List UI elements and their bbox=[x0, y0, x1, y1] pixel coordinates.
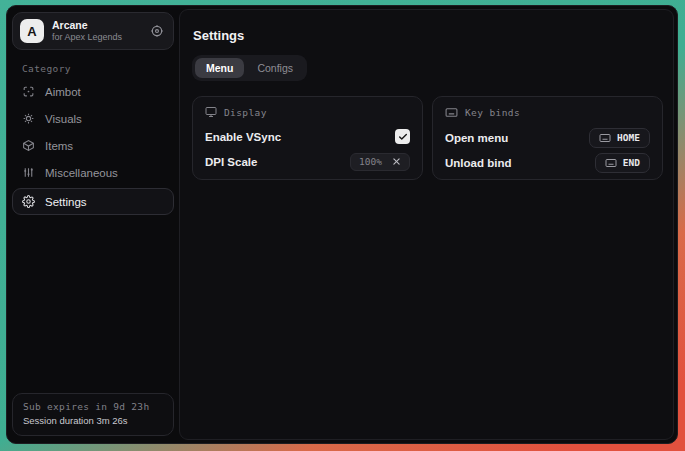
keybinds-card-title: Key binds bbox=[465, 107, 520, 118]
sidebar-item-label: Settings bbox=[45, 196, 87, 208]
vsync-checkbox[interactable] bbox=[395, 129, 410, 144]
unload-bind-keybind-button[interactable]: END bbox=[595, 153, 650, 173]
brand-name: Arcane bbox=[52, 19, 122, 32]
sidebar-item-label: Items bbox=[45, 140, 73, 152]
vsync-row: Enable VSync bbox=[205, 124, 410, 149]
display-card: Display Enable VSync DPI Scale 100% bbox=[192, 96, 423, 180]
sidebar-item-label: Visuals bbox=[45, 113, 82, 125]
sidebar-item-settings[interactable]: Settings bbox=[12, 188, 174, 215]
dpi-scale-row: DPI Scale 100% bbox=[205, 149, 410, 174]
sidebar-item-label: Miscellaneous bbox=[45, 167, 118, 179]
unload-bind-row: Unload bind END bbox=[445, 150, 650, 175]
cube-icon bbox=[22, 139, 35, 152]
tab-configs[interactable]: Configs bbox=[246, 58, 304, 78]
sidebar-item-miscellaneous[interactable]: Miscellaneous bbox=[7, 159, 179, 186]
sidebar-item-aimbot[interactable]: Aimbot bbox=[7, 78, 179, 105]
settings-cards: Display Enable VSync DPI Scale 100% bbox=[192, 96, 663, 180]
sidebar-item-items[interactable]: Items bbox=[7, 132, 179, 159]
keyboard-icon bbox=[599, 132, 611, 144]
keybinds-card: Key binds Open menu HOME Unload bind bbox=[432, 96, 663, 180]
app-window: A Arcane for Apex Legends Category bbox=[6, 5, 678, 444]
unload-bind-label: Unload bind bbox=[445, 157, 511, 169]
sliders-icon bbox=[22, 166, 35, 179]
scan-eye-icon bbox=[22, 112, 35, 125]
gear-icon bbox=[22, 195, 35, 208]
category-label: Category bbox=[22, 63, 179, 74]
sidebar-item-label: Aimbot bbox=[45, 86, 81, 98]
session-duration-text: Session duration 3m 26s bbox=[23, 414, 163, 428]
sidebar: A Arcane for Apex Legends Category bbox=[7, 6, 179, 443]
display-card-header: Display bbox=[205, 106, 410, 118]
dpi-scale-value: 100% bbox=[359, 156, 382, 167]
open-menu-keybind-button[interactable]: HOME bbox=[589, 128, 650, 148]
tab-menu[interactable]: Menu bbox=[195, 58, 244, 78]
sidebar-item-visuals[interactable]: Visuals bbox=[7, 105, 179, 132]
clear-icon[interactable] bbox=[392, 157, 401, 166]
keyboard-icon bbox=[445, 106, 458, 119]
dpi-scale-input[interactable]: 100% bbox=[350, 153, 410, 171]
brand-card: A Arcane for Apex Legends bbox=[12, 12, 174, 50]
sub-expires-text: Sub expires in 9d 23h bbox=[23, 400, 163, 414]
main-panel: Settings Menu Configs Display Enable VSy… bbox=[179, 9, 674, 440]
brand-subtitle: for Apex Legends bbox=[52, 32, 122, 43]
unload-bind-key: END bbox=[623, 157, 640, 168]
dpi-scale-label: DPI Scale bbox=[205, 156, 257, 168]
open-menu-label: Open menu bbox=[445, 132, 508, 144]
monitor-icon bbox=[205, 106, 217, 118]
subscription-info: Sub expires in 9d 23h Session duration 3… bbox=[12, 393, 174, 437]
page-title: Settings bbox=[193, 28, 663, 43]
keyboard-icon bbox=[605, 157, 617, 169]
brand-logo: A bbox=[20, 19, 44, 43]
brand-text: Arcane for Apex Legends bbox=[52, 19, 122, 43]
tab-bar: Menu Configs bbox=[192, 55, 307, 81]
target-icon[interactable] bbox=[150, 24, 164, 38]
keybinds-card-header: Key binds bbox=[445, 106, 650, 119]
display-card-title: Display bbox=[224, 107, 267, 118]
vsync-label: Enable VSync bbox=[205, 131, 281, 143]
open-menu-key: HOME bbox=[617, 132, 640, 143]
sidebar-nav: Aimbot Visuals bbox=[7, 78, 179, 217]
crosshair-icon bbox=[22, 85, 35, 98]
open-menu-row: Open menu HOME bbox=[445, 125, 650, 150]
